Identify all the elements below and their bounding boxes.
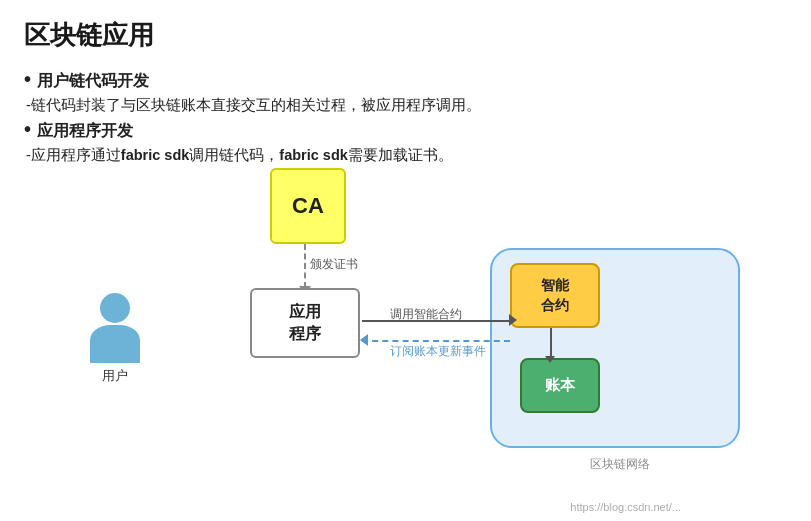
sc-app-label: 订阅账本更新事件 xyxy=(390,343,486,360)
watermark: https://blog.csdn.net/... xyxy=(570,501,681,513)
bullet-2-label: • 应用程序开发 xyxy=(24,117,787,144)
bullet-dot-2: • xyxy=(24,119,31,139)
sc-app-arrowhead xyxy=(360,334,368,346)
app-box: 应用 程序 xyxy=(250,288,360,358)
app-label: 应用 程序 xyxy=(289,301,321,346)
bullet-dot-1: • xyxy=(24,69,31,89)
smart-contract-label: 智能 合约 xyxy=(541,276,569,315)
user-body xyxy=(90,325,140,363)
app-sc-arrowhead xyxy=(509,314,517,326)
sc-ledger-arrow xyxy=(550,328,552,358)
blockchain-network-label: 区块链网络 xyxy=(590,456,650,473)
page-title: 区块链应用 xyxy=(24,18,787,53)
bullet-2: • 应用程序开发 -应用程序通过fabric sdk调用链代码，fabric s… xyxy=(24,117,787,165)
ca-arrow xyxy=(304,244,306,288)
user-figure: 用户 xyxy=(90,293,140,385)
sc-app-arrow xyxy=(362,340,510,342)
user-head xyxy=(100,293,130,323)
diagram: CA 颁发证书 用户 应用 程序 智能 合约 xyxy=(60,168,780,488)
user-label: 用户 xyxy=(102,367,128,385)
ledger-box: 账本 xyxy=(520,358,600,413)
app-sc-arrow xyxy=(362,320,512,322)
sc-ledger-arrowhead xyxy=(545,356,555,363)
ca-box: CA xyxy=(270,168,346,244)
bullet-2-sub: -应用程序通过fabric sdk调用链代码，fabric sdk需要加载证书。 xyxy=(26,146,787,165)
bullet-1-sub: -链代码封装了与区块链账本直接交互的相关过程，被应用程序调用。 xyxy=(26,96,787,115)
page: 区块链应用 • 用户链代码开发 -链代码封装了与区块链账本直接交互的相关过程，被… xyxy=(0,0,811,521)
smart-contract-box: 智能 合约 xyxy=(510,263,600,328)
ca-arrow-label: 颁发证书 xyxy=(310,256,358,273)
bullet-1-label: • 用户链代码开发 xyxy=(24,67,787,94)
bullet-1: • 用户链代码开发 -链代码封装了与区块链账本直接交互的相关过程，被应用程序调用… xyxy=(24,67,787,115)
